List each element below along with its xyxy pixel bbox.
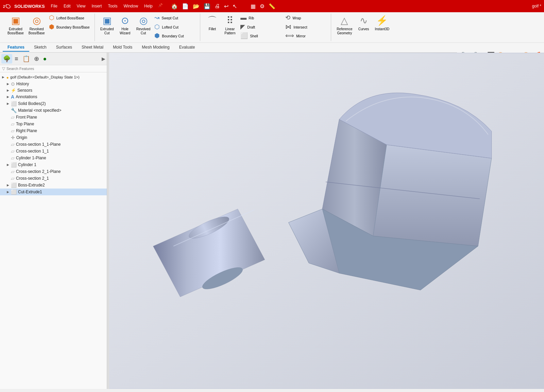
tab-sheet-metal[interactable]: Sheet Metal [77,43,108,52]
rib-button[interactable]: ▬ Rib [239,14,283,23]
shell-button[interactable]: ⬜ Shell [239,32,283,41]
tab-mold-tools[interactable]: Mold Tools [108,43,137,52]
filter-input[interactable] [6,67,105,71]
modify-small-group: ▬ Rib ◤ Draft ⬜ Shell [239,14,283,41]
expand-sidebar-icon[interactable]: ▶ [102,56,105,61]
cs21p-icon: ▱ [11,169,15,174]
menu-help[interactable]: Help [141,3,155,9]
settings-icon[interactable]: ⚙ [258,2,266,10]
material-label: Material <not specified> [18,108,61,113]
feature-manager-tab[interactable]: 🌳 [1,54,12,64]
print-icon[interactable]: 🖨 [213,2,221,10]
tree-cross-section-2-1[interactable]: ▶ ▱ Cross-section 2_1 [0,175,107,182]
new-icon[interactable]: 📄 [181,2,190,10]
measure-icon[interactable]: 📏 [267,2,277,10]
tree-cross-section-1-1-plane[interactable]: ▶ ▱ Cross-section 1_1-Plane [0,141,107,148]
fillet-button[interactable]: ⌒ Fillet [204,14,221,33]
lofted-cut-label: Lofted Cut [162,25,178,30]
tree-cylinder-1[interactable]: ▶ ⬜ Cylinder 1 [0,161,107,168]
extruded-boss-button[interactable]: ▣ Extruded Boss/Base [5,14,26,37]
lofted-boss-icon: ⬡ [49,14,54,22]
boundary-cut-button[interactable]: ⬢ Boundary Cut [153,32,197,41]
tree-boss-extrude2[interactable]: ▶ ⬜ Boss-Extrude2 [0,182,107,189]
undo-icon[interactable]: ↩ [223,2,230,10]
modify-small-group2: ⟲ Wrap ⋈ Intersect ⟺ Mirror [284,14,328,41]
expand-history-icon: ▶ [7,82,11,86]
fillet-icon: ⌒ [207,15,217,26]
grid-icon[interactable]: ▦ [249,2,257,10]
menu-insert[interactable]: Insert [89,3,104,9]
menu-tools[interactable]: Tools [105,3,120,9]
linear-pattern-button[interactable]: ⠿ Linear Pattern [221,14,238,37]
expand-c1-icon: ▶ [7,163,11,166]
fillet-label: Fillet [209,27,216,31]
tree-history[interactable]: ▶ ⊙ History [0,81,107,87]
tree-front-plane[interactable]: ▶ ▱ Front Plane [0,114,107,121]
draft-icon: ◤ [240,23,245,31]
cursor-icon[interactable]: ↖ [231,2,238,10]
menu-window[interactable]: Window [121,3,141,9]
wrap-button[interactable]: ⟲ Wrap [284,14,328,23]
lofted-boss-button[interactable]: ⬡ Lofted Boss/Base [48,14,92,23]
dim-manager-tab[interactable]: ⊕ [32,54,41,64]
mirror-button[interactable]: ⟺ Mirror [284,32,328,41]
boundary-boss-label: Boundary Boss/Base [56,25,90,30]
cs11-icon: ▱ [11,148,15,154]
reference-group: △ Reference Geometry ∿ Curves ⚡ Instant3… [332,14,394,41]
draft-button[interactable]: ◤ Draft [239,23,283,32]
tree-origin[interactable]: ▶ ✛ Origin [0,134,107,141]
tree-top-plane[interactable]: ▶ ▱ Top Plane [0,121,107,127]
property-manager-tab[interactable]: ≡ [13,54,20,64]
revolved-boss-button[interactable]: ◎ Revolved Boss/Base [27,14,47,37]
tree-annotations[interactable]: ▶ A Annotations [0,93,107,100]
solid-bodies-label: Solid Bodies(2) [18,101,46,106]
tab-mesh-modeling[interactable]: Mesh Modeling [137,43,174,52]
hole-wizard-button[interactable]: ⊙ Hole Wizard [117,14,134,37]
home-icon[interactable]: 🏠 [170,2,179,10]
revolved-boss-icon: ◎ [33,15,41,26]
save-icon[interactable]: 💾 [202,2,212,10]
tree-cut-extrude1[interactable]: ▶ ⬜ Cut-Extrude1 [0,189,107,195]
display-manager-tab[interactable]: ● [41,54,49,64]
stop-icon[interactable]: ⏹ [240,2,248,10]
hole-wizard-icon: ⊙ [121,15,129,26]
open-icon[interactable]: 📂 [191,2,201,10]
reference-geometry-button[interactable]: △ Reference Geometry [335,14,354,37]
extruded-cut-button[interactable]: ▣ Extruded Cut [98,14,116,37]
tree-cross-section-2-1-plane[interactable]: ▶ ▱ Cross-section 2_1-Plane [0,168,107,175]
intersect-button[interactable]: ⋈ Intersect [284,23,328,32]
menu-edit[interactable]: Edit [61,3,73,9]
sidebar-toolbar: 🌳 ≡ 📋 ⊕ ● ▶ [0,53,107,65]
boss-small-group: ⬡ Lofted Boss/Base ⬢ Boundary Boss/Base [48,14,92,32]
annotations-label: Annotations [16,94,37,99]
config-manager-tab[interactable]: 📋 [21,54,32,64]
tree-cylinder-1-plane[interactable]: ▶ ▱ Cylinder 1-Plane [0,155,107,161]
curves-button[interactable]: ∿ Curves [355,14,372,33]
tree-root[interactable]: ▶ ⬥ golf (Default<<Default>_Display Stat… [0,74,107,81]
tree-solid-bodies[interactable]: ▶ ⬜ Solid Bodies(2) [0,100,107,107]
boundary-boss-button[interactable]: ⬢ Boundary Boss/Base [48,23,92,32]
mirror-label: Mirror [296,34,305,38]
tab-evaluate[interactable]: Evaluate [174,43,200,52]
tree-cross-section-1-1[interactable]: ▶ ▱ Cross-section 1_1 [0,148,107,155]
3d-viewport[interactable] [109,53,544,389]
tree-sensors[interactable]: ▶ ⚡ Sensors [0,87,107,93]
menu-file[interactable]: File [48,3,60,9]
tree-material[interactable]: ▶ 🔧 Material <not specified> [0,107,107,114]
revolved-cut-icon: ◎ [139,15,148,26]
svg-text:2: 2 [3,5,5,8]
tab-sketch[interactable]: Sketch [29,43,51,52]
expand-root-icon: ▶ [2,75,6,79]
lofted-cut-button[interactable]: ⬡ Lofted Cut [153,23,197,32]
swept-cut-button[interactable]: ↝ Swept Cut [153,14,197,23]
tab-features[interactable]: Features [3,43,29,52]
revolved-boss-label: Revolved Boss/Base [29,27,45,35]
tab-surfaces[interactable]: Surfaces [51,43,77,52]
intersect-icon: ⋈ [285,23,291,31]
instant3d-button[interactable]: ⚡ Instant3D [373,14,392,33]
tree-right-plane[interactable]: ▶ ▱ Right Plane [0,127,107,134]
cs21-label: Cross-section 2_1 [16,176,49,181]
titlebar: 2 SOLIDWORKS File Edit View Insert Tools… [0,0,544,12]
menu-view[interactable]: View [74,3,88,9]
revolved-cut-button[interactable]: ◎ Revolved Cut [134,14,153,37]
